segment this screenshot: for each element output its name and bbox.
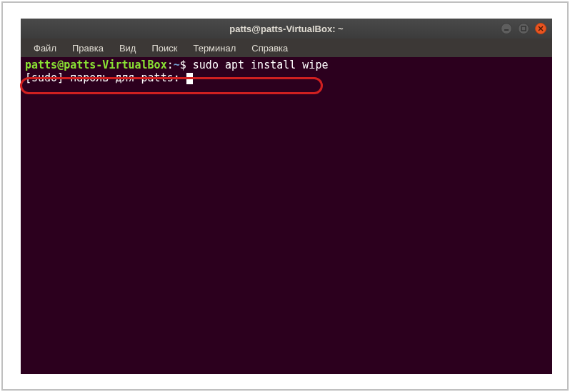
menu-edit[interactable]: Правка	[65, 40, 111, 56]
command-line: patts@patts-VirtualBox:~$ sudo apt insta…	[25, 59, 548, 71]
sudo-prompt-line: [sudo] пароль для patts:	[25, 71, 548, 84]
cursor	[186, 73, 193, 84]
menu-view[interactable]: Вид	[112, 40, 144, 56]
title-bar: patts@patts-VirtualBox: ~	[21, 19, 552, 39]
window-controls	[501, 23, 546, 34]
terminal-window: patts@patts-VirtualBox: ~ Файл Правка Ви…	[21, 19, 552, 374]
menu-help[interactable]: Справка	[244, 40, 295, 56]
prompt-userhost: patts@patts-VirtualBox	[25, 59, 167, 71]
menu-file[interactable]: Файл	[26, 40, 64, 56]
prompt-dollar: $	[180, 59, 186, 71]
close-button[interactable]	[535, 23, 546, 34]
prompt-path: ~	[174, 59, 180, 71]
menu-terminal[interactable]: Терминал	[186, 40, 243, 56]
minimize-button[interactable]	[501, 23, 512, 34]
terminal-content[interactable]: patts@patts-VirtualBox:~$ sudo apt insta…	[21, 57, 552, 374]
svg-rect-1	[521, 26, 526, 31]
sudo-prompt-text: [sudo] пароль для patts:	[25, 71, 186, 84]
prompt-colon: :	[167, 59, 174, 71]
window-title: patts@patts-VirtualBox: ~	[229, 24, 343, 34]
outer-frame: patts@patts-VirtualBox: ~ Файл Правка Ви…	[1, 1, 569, 391]
command-text: sudo apt install wipe	[193, 59, 329, 71]
menu-bar: Файл Правка Вид Поиск Терминал Справка	[21, 39, 552, 57]
maximize-button[interactable]	[518, 23, 529, 34]
menu-search[interactable]: Поиск	[144, 40, 184, 56]
